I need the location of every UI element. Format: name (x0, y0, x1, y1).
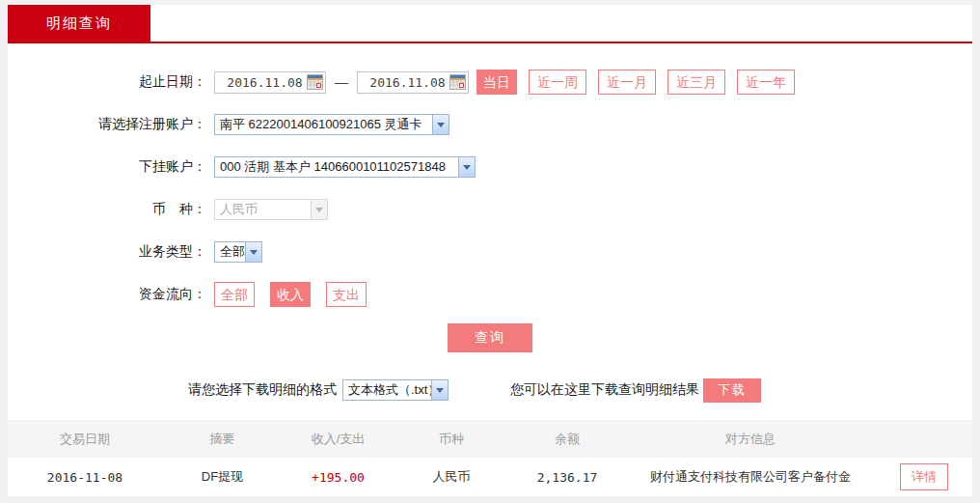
registered-account-row: 请选择注册账户： 南平 6222001406100921065 灵通卡 (8, 103, 972, 146)
sub-account-select[interactable]: 000 活期 基本户 1406600101102571848 (214, 156, 476, 178)
table-row: 2016-11-08 DF提现 +195.00 人民币 2,136.17 财付通… (8, 458, 972, 496)
fund-flow-income-button[interactable]: 收入 (270, 282, 311, 307)
sub-account-value: 000 活期 基本户 1406600101102571848 (215, 157, 458, 177)
fund-flow-label: 资金流向： (8, 286, 210, 303)
quick-range-month-button[interactable]: 近一月 (598, 70, 656, 95)
cell-summary: DF提现 (162, 468, 283, 486)
content-panel: 明细查询 起止日期： 2016.11.08 (8, 5, 972, 496)
download-row: 请您选择下载明细的格式 文本格式（.txt） 您可以在这里下载查询明细结果 下载 (188, 377, 972, 403)
table-header-row: 交易日期 摘要 收入/支出 币种 余额 对方信息 (8, 420, 972, 458)
end-date-input[interactable]: 2016.11.08 (357, 71, 469, 94)
download-button[interactable]: 下载 (703, 378, 761, 403)
fund-flow-all-button[interactable]: 全部 (214, 282, 255, 307)
date-range-label: 起止日期： (8, 73, 210, 91)
transaction-table: 交易日期 摘要 收入/支出 币种 余额 对方信息 2016-11-08 DF提现… (8, 420, 972, 496)
fund-flow-row: 资金流向： 全部 收入 支出 (8, 273, 972, 316)
sub-account-row: 下挂账户： 000 活期 基本户 1406600101102571848 (8, 146, 972, 188)
business-type-row: 业务类型： 全部 (8, 231, 972, 273)
sub-account-label: 下挂账户： (8, 158, 210, 176)
quick-range-today-button[interactable]: 当日 (476, 70, 517, 95)
start-date-input[interactable]: 2016.11.08 (214, 71, 326, 94)
date-separator: — (335, 74, 348, 90)
registered-account-value: 南平 6222001406100921065 灵通卡 (215, 115, 432, 134)
end-date-value: 2016.11.08 (366, 75, 449, 90)
quick-range-year-button[interactable]: 近一年 (737, 70, 795, 95)
registered-account-label: 请选择注册账户： (8, 116, 210, 133)
chevron-down-icon (432, 115, 449, 134)
header-currency: 币种 (394, 431, 509, 448)
chevron-down-icon (245, 242, 261, 262)
header-balance: 余额 (509, 431, 625, 448)
chevron-down-icon (458, 157, 475, 177)
header-date: 交易日期 (8, 431, 162, 448)
cell-balance: 2,136.17 (509, 470, 625, 485)
detail-button[interactable]: 详情 (900, 463, 948, 490)
chevron-down-icon (431, 380, 448, 400)
quick-range-3months-button[interactable]: 近三月 (667, 70, 725, 95)
currency-label: 币 种： (8, 201, 210, 218)
business-type-value: 全部 (215, 242, 245, 262)
download-format-label: 请您选择下载明细的格式 (188, 381, 337, 399)
header-summary: 摘要 (162, 431, 283, 448)
chevron-down-icon (311, 200, 327, 219)
currency-select: 人民币 (214, 199, 328, 220)
quick-range-week-button[interactable]: 近一周 (529, 70, 586, 95)
tab-bar: 明细查询 (8, 5, 972, 43)
business-type-label: 业务类型： (8, 243, 210, 261)
query-button[interactable]: 查询 (448, 323, 532, 352)
cell-currency: 人民币 (394, 468, 509, 486)
cell-counterparty: 财付通支付科技有限公司客户备付金 (625, 468, 876, 486)
download-format-select[interactable]: 文本格式（.txt） (342, 379, 449, 401)
cell-amount: +195.00 (283, 470, 394, 485)
registered-account-select[interactable]: 南平 6222001406100921065 灵通卡 (214, 114, 449, 135)
cell-date: 2016-11-08 (8, 470, 162, 485)
download-format-value: 文本格式（.txt） (343, 380, 431, 400)
calendar-icon[interactable] (449, 74, 466, 90)
currency-row: 币 种： 人民币 (8, 188, 972, 231)
header-counterparty: 对方信息 (625, 431, 876, 448)
business-type-select[interactable]: 全部 (214, 241, 262, 263)
date-range-row: 起止日期： 2016.11.08 — (8, 61, 972, 103)
tab-detail-query[interactable]: 明细查询 (8, 5, 150, 42)
query-form: 起止日期： 2016.11.08 — (8, 43, 972, 403)
currency-value: 人民币 (215, 200, 311, 219)
fund-flow-expense-button[interactable]: 支出 (326, 282, 367, 307)
header-amount: 收入/支出 (283, 431, 394, 448)
download-hint: 您可以在这里下载查询明细结果 (510, 381, 699, 399)
start-date-value: 2016.11.08 (223, 75, 307, 90)
calendar-icon[interactable] (307, 74, 323, 90)
